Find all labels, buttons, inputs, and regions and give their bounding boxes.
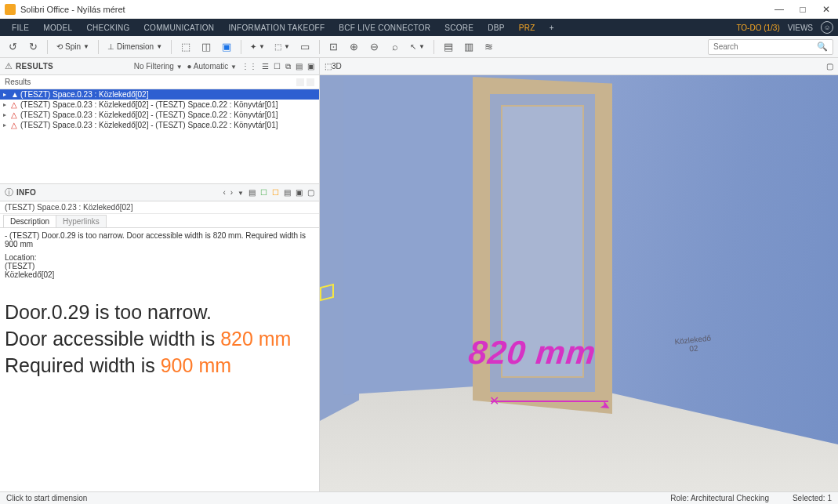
menu-model[interactable]: MODEL <box>36 24 79 32</box>
results-column-header: Results <box>0 75 319 89</box>
menu-bar: FILE MODEL CHECKING COMMUNICATION INFORM… <box>0 19 838 36</box>
automatic-dropdown[interactable]: ● Automatic ▼ <box>187 62 237 71</box>
info-title: INFO <box>16 188 36 197</box>
info-subject: (TESZT) Space.0.23 : Közlekedő[02] <box>0 201 319 214</box>
results-row-text: (TESZT) Space.0.23 : Közlekedő[02] - (TE… <box>20 121 278 129</box>
results-row[interactable]: ▸▲ (TESZT) Space.0.23 : Közlekedő[02] <box>0 89 319 100</box>
app-icon <box>5 4 16 15</box>
info-btn-5[interactable]: ▣ <box>296 188 303 197</box>
menu-checking[interactable]: CHECKING <box>79 24 136 32</box>
info-btn-6[interactable]: ▢ <box>307 188 314 197</box>
minimize-button[interactable]: — <box>772 4 786 15</box>
results-btn-4[interactable]: ⧉ <box>285 62 291 71</box>
layer-icon[interactable]: ▤ <box>441 39 456 55</box>
results-btn-2[interactable]: ☰ <box>262 62 269 71</box>
status-bar: Click to start dimension Role: Architect… <box>0 491 838 504</box>
menu-file[interactable]: FILE <box>5 24 36 32</box>
status-role: Role: Architectural Checking <box>670 494 769 502</box>
cursor-dropdown[interactable]: ↖ ▼ <box>408 42 427 51</box>
redo-button[interactable]: ↻ <box>25 39 41 55</box>
dimension-line <box>491 401 608 402</box>
info-next-button[interactable]: › <box>230 188 233 197</box>
info-location-header: Location: <box>5 253 314 262</box>
undo-button[interactable]: ↺ <box>5 39 20 55</box>
results-btn-3[interactable]: ☐ <box>274 62 281 71</box>
zoom-in-icon[interactable]: ⊕ <box>346 39 362 55</box>
results-btn-1[interactable]: ⋮⋮ <box>241 62 257 71</box>
info-body: - (TESZT) Door.0.29 is too narrow. Door … <box>0 228 319 491</box>
box-icon[interactable]: ▣ <box>219 39 234 55</box>
menu-bcf-live-connector[interactable]: BCF LIVE CONNECTOR <box>332 24 437 32</box>
views-menu[interactable]: VIEWS <box>788 24 813 32</box>
info-tabs: Description Hyperlinks <box>0 214 319 228</box>
menu-dbp[interactable]: DBP <box>481 24 511 32</box>
menu-score[interactable]: SCORE <box>437 24 481 32</box>
tool-dd2[interactable]: ⬚ ▼ <box>272 42 292 51</box>
results-row[interactable]: ▸△ (TESZT) Space.0.23 : Közlekedő[02] - … <box>0 120 319 130</box>
maximize-button[interactable]: □ <box>796 4 810 15</box>
info-description-line: - (TESZT) Door.0.29 is too narrow. Door … <box>5 231 314 248</box>
info-btn-1[interactable]: ▤ <box>248 188 256 197</box>
toolbar: ↺ ↻ ⟲ Spin ▼ ⊥ Dimension ▼ ⬚ ◫ ▣ ✦ ▼ ⬚ ▼… <box>0 36 838 58</box>
info-location-2: Közlekedő[02] <box>5 270 314 279</box>
cube3d-icon: ⬚ <box>325 62 332 71</box>
info-icon: ⓘ <box>5 187 13 198</box>
layers-icon[interactable]: ≋ <box>481 39 497 55</box>
results-row-text: (TESZT) Space.0.23 : Közlekedő[02] <box>20 90 148 99</box>
spin-dropdown[interactable]: ⟲ Spin ▼ <box>54 42 92 51</box>
info-nav-dd[interactable]: ▼ <box>238 188 244 197</box>
results-row[interactable]: ▸△ (TESZT) Space.0.23 : Közlekedő[02] - … <box>0 100 319 110</box>
info-btn-2[interactable]: ☐ <box>260 188 267 197</box>
filter-dropdown[interactable]: No Filtering ▼ <box>134 62 183 71</box>
zoom-region-icon[interactable]: ⌕ <box>387 39 403 55</box>
search-box[interactable]: 🔍 <box>708 39 833 55</box>
results-row[interactable]: ▸△ (TESZT) Space.0.23 : Közlekedő[02] - … <box>0 110 319 120</box>
menu-communication[interactable]: COMMUNICATION <box>137 24 222 32</box>
zoom-fit-icon[interactable]: ⊡ <box>326 39 342 55</box>
results-list[interactable]: ▸▲ (TESZT) Space.0.23 : Közlekedő[02] ▸△… <box>0 89 319 183</box>
wall-right <box>610 75 838 444</box>
info-prev-button[interactable]: ‹ <box>223 188 225 197</box>
info-panel-header: ⓘ INFO ‹ › ▼ ▤ ☐ ☐ ▤ ▣ ▢ <box>0 184 319 201</box>
tab-description[interactable]: Description <box>3 215 56 227</box>
tab-hyperlinks[interactable]: Hyperlinks <box>56 215 107 227</box>
status-selected: Selected: 1 <box>793 494 832 502</box>
results-panel-header: ⚠ RESULTS No Filtering ▼ ● Automatic ▼ ⋮… <box>0 58 319 75</box>
results-row-text: (TESZT) Space.0.23 : Közlekedő[02] - (TE… <box>20 100 278 109</box>
results-row-text: (TESZT) Space.0.23 : Közlekedő[02] - (TE… <box>20 111 278 119</box>
help-icon[interactable]: ☺ <box>821 21 833 34</box>
book-icon[interactable]: ▭ <box>297 39 313 55</box>
menu-information-takeoff[interactable]: INFORMATION TAKEOFF <box>221 24 332 32</box>
status-hint: Click to start dimension <box>6 494 87 502</box>
results-btn-5[interactable]: ▤ <box>296 62 303 71</box>
cube2-icon[interactable]: ◫ <box>198 39 214 55</box>
view3d-canvas[interactable]: ✕ ➤ 820 mm Közlekedő 02 <box>320 75 838 491</box>
cube-icon[interactable]: ⬚ <box>178 39 194 55</box>
results-icon: ⚠ <box>5 61 13 71</box>
close-button[interactable]: ✕ <box>819 4 833 15</box>
view3d-maximize-button[interactable]: ▢ <box>826 62 833 71</box>
dimension-label: 820 mm <box>466 334 597 372</box>
view3d-title: 3D <box>332 62 342 71</box>
search-input[interactable] <box>713 42 817 51</box>
results-title: RESULTS <box>16 62 53 71</box>
dimension-dropdown[interactable]: ⊥ Dimension ▼ <box>105 42 165 51</box>
results-btn-6[interactable]: ▣ <box>307 62 314 71</box>
info-btn-3[interactable]: ☐ <box>272 188 279 197</box>
results-col-label: Results <box>5 78 31 86</box>
zoom-out-icon[interactable]: ⊖ <box>367 39 383 55</box>
info-big-message: Door.0.29 is too narrow. Door accessible… <box>5 299 314 379</box>
todo-indicator[interactable]: TO-DO (1/3) <box>736 24 779 32</box>
title-bar: Solibri Office - Nyílás méret — □ ✕ <box>0 0 838 19</box>
info-btn-4[interactable]: ▤ <box>284 188 291 197</box>
plane-icon[interactable]: ▥ <box>461 39 477 55</box>
tool-dd1[interactable]: ✦ ▼ <box>248 42 267 51</box>
view3d-panel-header: ⬚ 3D ▢ <box>320 58 838 75</box>
menu-prz[interactable]: PRZ <box>512 24 542 32</box>
menu-add-tab[interactable]: + <box>542 24 561 32</box>
info-location-1: (TESZT) <box>5 262 314 270</box>
window-title: Solibri Office - Nyílás méret <box>20 5 125 14</box>
search-icon[interactable]: 🔍 <box>817 42 828 52</box>
